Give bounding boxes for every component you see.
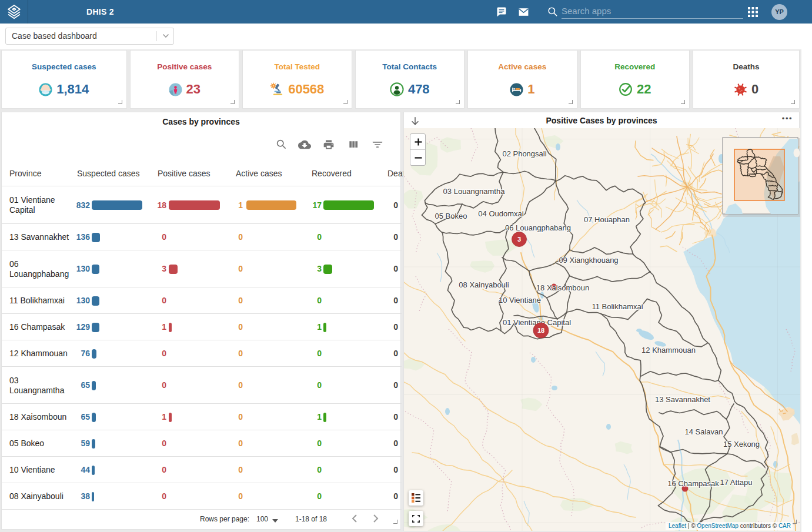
svg-text:09 Xiangkhouang: 09 Xiangkhouang (559, 256, 618, 265)
svg-text:11 Bolikhamxai: 11 Bolikhamxai (592, 302, 643, 311)
svg-text:07 Houaphan: 07 Houaphan (584, 215, 630, 224)
svg-text:14 Salavan: 14 Salavan (684, 427, 723, 436)
svg-text:18: 18 (537, 327, 544, 334)
svg-text:03 Louangnamtha: 03 Louangnamtha (443, 187, 506, 196)
svg-text:17 Attapu: 17 Attapu (720, 478, 753, 487)
svg-text:04 Oudomxai: 04 Oudomxai (478, 209, 523, 218)
svg-text:16 Champasak: 16 Champasak (667, 479, 719, 488)
svg-text:02 Phongsali: 02 Phongsali (502, 149, 546, 158)
svg-text:06 Louangphabang: 06 Louangphabang (505, 223, 571, 232)
svg-text:10 Vientiane: 10 Vientiane (499, 296, 541, 305)
svg-text:3: 3 (517, 236, 521, 243)
svg-text:12 Khammouan: 12 Khammouan (641, 346, 696, 354)
svg-text:13 Savannakhet: 13 Savannakhet (655, 395, 710, 404)
svg-text:05 Bokeo: 05 Bokeo (435, 212, 467, 220)
svg-text:08 Xainyabouli: 08 Xainyabouli (459, 280, 509, 289)
svg-text:15 Xekong: 15 Xekong (723, 440, 760, 449)
svg-text:18 Xaisomboun: 18 Xaisomboun (536, 283, 589, 292)
